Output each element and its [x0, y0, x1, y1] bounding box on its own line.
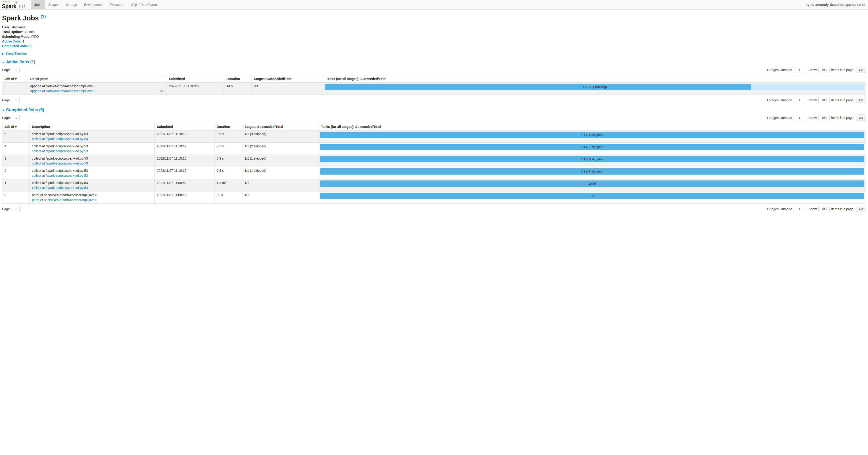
description-text: collect at /spark-scripts/spark-ad.py:53 [32, 169, 152, 172]
column-header-job-id[interactable]: Job Id ▾ [2, 123, 30, 131]
column-header-tasks[interactable]: Tasks (for all stages): Succeeded/Total [324, 75, 866, 83]
uptime-label: Total Uptime: [2, 30, 23, 34]
description-link[interactable]: collect at /spark-scripts/spark-ad.py:53 [32, 174, 88, 177]
column-header-description[interactable]: Description [30, 123, 155, 131]
duration-cell: 39 s [215, 192, 242, 204]
active-jobs-table: Job Id ▾ Description Submitted Duration … [2, 75, 866, 95]
description-link[interactable]: append at NativeMethodAccessorImpl.java:… [30, 89, 95, 93]
submitted-cell: 2022/11/07 11:10:20 [167, 83, 224, 95]
items-text: items in a page. [831, 68, 855, 72]
stages-cell: 1/1 [242, 179, 319, 192]
completed-jobs-link[interactable]: Completed Jobs: [2, 44, 29, 48]
stages-cell: 0/1 [252, 83, 324, 95]
spark-logo[interactable]: APACHE ✶ Spark 3.3.0 [0, 0, 28, 9]
page-title-text: Spark Jobs [2, 14, 39, 22]
show-text: . Show [807, 116, 817, 120]
section-header-active-jobs[interactable]: ▼Active Jobs (1) [2, 60, 866, 64]
description-link[interactable]: collect at /spark-scripts/spark-ad.py:53 [32, 149, 88, 153]
duration-cell: 0.8 s [215, 167, 242, 179]
job-id-cell: 2 [2, 167, 30, 179]
event-timeline-toggle[interactable]: ▶Event Timeline [2, 52, 866, 55]
event-timeline-label: Event Timeline [5, 52, 27, 55]
tab-stages[interactable]: Stages [45, 0, 62, 9]
show-items-input[interactable] [818, 97, 830, 103]
description-text: append at NativeMethodAccessorImpl.java:… [30, 84, 164, 88]
progress-label: 1/1 (17 skipped) [320, 144, 864, 150]
table-row: 1 collect at /spark-scripts/spark-ad.py:… [2, 179, 866, 192]
submitted-cell: 2022/11/07 11:10:16 [155, 167, 215, 179]
column-header-tasks[interactable]: Tasks (for all stages): Succeeded/Total [319, 123, 866, 131]
description-cell: append at NativeMethodAccessorImpl.java:… [28, 83, 167, 95]
tasks-progress-bar: 1/1 (16 skipped) [320, 168, 864, 175]
progress-label: 1/1 [320, 193, 864, 199]
column-header-stages[interactable]: Stages: Succeeded/Total [242, 123, 319, 131]
show-items-input[interactable] [818, 206, 830, 212]
jump-to-input[interactable] [794, 115, 805, 121]
page-label: Page: [2, 68, 11, 72]
duration-cell: 0.9 s [215, 155, 242, 167]
page-input[interactable] [13, 206, 20, 212]
column-header-duration[interactable]: Duration [224, 75, 252, 83]
job-id-cell: 3 [2, 155, 30, 167]
column-header-submitted[interactable]: Submitted [155, 123, 215, 131]
page-input[interactable] [13, 97, 20, 103]
main-content: Spark Jobs (?) User: stackable Total Upt… [0, 14, 868, 220]
job-id-cell: 0 [2, 192, 30, 204]
jump-to-input[interactable] [794, 206, 805, 212]
description-cell: collect at /spark-scripts/spark-ad.py:53… [30, 131, 155, 143]
tab-storage[interactable]: Storage [62, 0, 81, 9]
active-jobs-link[interactable]: Active Jobs: [2, 39, 22, 43]
go-button[interactable]: Go [856, 97, 866, 103]
submitted-cell: 2022/11/07 11:10:16 [155, 155, 215, 167]
show-items-input[interactable] [818, 67, 830, 73]
column-header-job-id[interactable]: Job Id ▾ [2, 75, 28, 83]
column-header-description[interactable]: Description [28, 75, 167, 83]
description-link[interactable]: collect at /spark-scripts/spark-ad.py:53 [32, 137, 88, 141]
completed-jobs-row: Completed Jobs: 6 [2, 44, 866, 48]
spark-brand-text: Spark [2, 3, 16, 10]
jump-to-input[interactable] [794, 97, 805, 103]
show-text: . Show [807, 68, 817, 72]
tasks-cell: 1/1 (18 skipped) [319, 131, 866, 143]
tab-jobs[interactable]: Jobs [31, 0, 45, 9]
user-value: stackable [11, 25, 25, 29]
application-ui-suffix: application UI [845, 3, 865, 6]
page-input[interactable] [13, 115, 20, 121]
table-row: 4 collect at /spark-scripts/spark-ad.py:… [2, 143, 866, 155]
kill-link[interactable]: (kill) [158, 89, 164, 93]
go-button[interactable]: Go [856, 115, 866, 121]
scheduling-label: Scheduling Mode: [2, 35, 30, 38]
completed-jobs-count: 6 [30, 44, 31, 48]
column-header-duration[interactable]: Duration [215, 123, 242, 131]
tasks-cell: 15/19 (4 running) [324, 83, 866, 95]
tab-environment[interactable]: Environment [81, 0, 106, 9]
description-link[interactable]: parquet at NativeMethodAccessorImpl.java… [32, 198, 97, 202]
go-button[interactable]: Go [856, 67, 866, 73]
active-jobs-section-title: Active Jobs (1) [6, 60, 35, 64]
page-input[interactable] [13, 67, 20, 73]
description-link[interactable]: collect at /spark-scripts/spark-ad.py:53 [32, 186, 88, 190]
tasks-progress-bar: 1/1 (16 skipped) [320, 156, 864, 162]
section-header-completed-jobs[interactable]: ▼Completed Jobs (6) [2, 108, 866, 112]
column-header-stages[interactable]: Stages: Succeeded/Total [252, 75, 324, 83]
go-button[interactable]: Go [856, 206, 866, 212]
pagination-completed-top: Page: 1 Pages. Jump to . Show items in a… [2, 115, 866, 121]
collapsed-arrow-icon: ▶ [2, 52, 4, 55]
spark-logo-mark: APACHE ✶ Spark [2, 1, 17, 9]
submitted-cell: 2022/11/07 11:08:15 [155, 192, 215, 204]
tab-sql-dataframe[interactable]: SQL / DataFrame [128, 0, 160, 9]
scheduling-row: Scheduling Mode: FIFO [2, 35, 866, 38]
column-header-submitted[interactable]: Submitted [167, 75, 224, 83]
help-link[interactable]: (?) [40, 14, 46, 19]
tasks-cell: 1/1 (16 skipped) [319, 155, 866, 167]
tab-executors[interactable]: Executors [106, 0, 128, 9]
jump-to-input[interactable] [794, 67, 805, 73]
active-jobs-header-row: Job Id ▾ Description Submitted Duration … [2, 75, 866, 83]
pages-jump-text: 1 Pages. Jump to [767, 116, 792, 120]
page-label: Page: [2, 207, 11, 211]
items-text: items in a page. [831, 98, 855, 102]
show-items-input[interactable] [818, 115, 830, 121]
tasks-progress-bar: 1/1 (17 skipped) [320, 144, 864, 150]
pagination-completed-bottom: Page: 1 Pages. Jump to . Show items in a… [2, 206, 866, 212]
description-link[interactable]: collect at /spark-scripts/spark-ad.py:53 [32, 162, 88, 165]
